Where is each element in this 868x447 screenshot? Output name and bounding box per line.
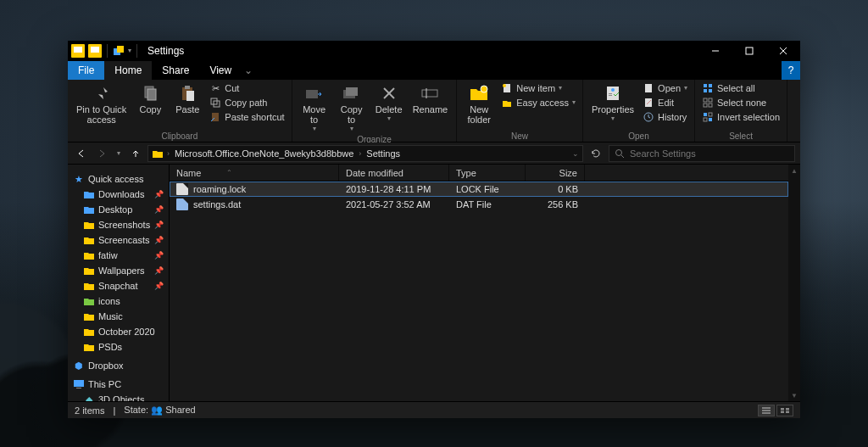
tab-view[interactable]: View (199, 61, 242, 80)
properties-button[interactable]: Properties▾ (588, 81, 637, 124)
sidebar-label: 3D Objects (98, 394, 144, 401)
sidebar-3d-objects[interactable]: ◆3D Objects (68, 392, 169, 401)
sidebar-item[interactable]: fatiw📌 (68, 248, 169, 263)
easy-access-button[interactable]: Easy access ▾ (499, 96, 577, 109)
breadcrumb-segment[interactable]: Settings (364, 148, 402, 159)
sidebar-this-pc[interactable]: This PC (68, 377, 169, 392)
details-view-button[interactable] (758, 405, 775, 416)
file-name: settings.dat (193, 199, 241, 210)
pin-icon: 📌 (154, 221, 164, 229)
sidebar-item[interactable]: PSDs (68, 339, 169, 355)
paste-button[interactable]: Paste (170, 81, 204, 116)
properties-icon (603, 83, 623, 103)
titlebar[interactable]: ▾ Settings (68, 41, 800, 61)
sidebar-item[interactable]: Downloads📌 (68, 187, 169, 202)
column-headers[interactable]: Name⌃ Date modified Type Size (170, 165, 788, 182)
pin-to-quick-access-button[interactable]: Pin to Quick access (73, 81, 130, 126)
file-rows[interactable]: roaming.lock2019-11-28 4:11 PMLOCK File0… (170, 182, 788, 401)
new-item-button[interactable]: New item ▾ (499, 81, 577, 95)
recent-locations-button[interactable]: ▾ (114, 145, 124, 162)
table-row[interactable]: settings.dat2021-05-27 3:52 AMDAT File25… (170, 197, 788, 212)
sidebar-item[interactable]: Wallpapers📌 (68, 263, 169, 278)
sidebar-item[interactable]: Desktop📌 (68, 202, 169, 217)
sidebar-quick-access[interactable]: ★Quick access (68, 171, 169, 187)
new-folder-label: New folder (467, 104, 491, 125)
new-folder-button[interactable]: New folder (462, 81, 496, 126)
chevron-down-icon: ▾ (611, 115, 615, 122)
scissors-icon: ✂ (209, 82, 221, 94)
sidebar-item-label: icons (98, 296, 120, 306)
delete-button[interactable]: Delete▾ (372, 81, 406, 124)
move-to-button[interactable]: Move to▾ (298, 81, 331, 134)
sidebar-item[interactable]: October 2020 (68, 324, 169, 339)
help-button[interactable]: ? (782, 61, 800, 80)
close-button[interactable] (766, 41, 800, 61)
copy-to-icon (342, 83, 362, 103)
chevron-right-icon[interactable]: › (167, 149, 170, 158)
thumbnails-view-button[interactable] (776, 405, 793, 416)
edit-button[interactable]: Edit (641, 96, 689, 109)
dropbox-icon: ⬢ (73, 360, 85, 372)
forward-button[interactable] (93, 145, 110, 162)
history-button[interactable]: History (641, 110, 689, 124)
back-button[interactable] (73, 145, 90, 162)
item-count: 2 items (75, 405, 104, 416)
open-button[interactable]: Open ▾ (641, 81, 689, 95)
sidebar-item[interactable]: Snapchat📌 (68, 278, 169, 293)
easy-access-icon (501, 97, 513, 109)
file-size: 0 KB (526, 184, 585, 194)
search-box[interactable] (609, 145, 795, 162)
up-button[interactable] (127, 145, 144, 162)
rename-button[interactable]: Rename (409, 81, 452, 116)
tab-share[interactable]: Share (152, 61, 199, 80)
column-date[interactable]: Date modified (339, 165, 449, 181)
column-size[interactable]: Size (526, 165, 585, 181)
select-all-button[interactable]: Select all (700, 81, 782, 95)
select-none-button[interactable]: Select none (700, 96, 782, 109)
navigation-pane[interactable]: ★Quick access Downloads📌Desktop📌Screensh… (68, 165, 170, 401)
history-icon (643, 111, 654, 123)
folder-icon (83, 326, 95, 338)
svg-rect-41 (704, 118, 707, 121)
chevron-right-icon[interactable]: › (359, 149, 361, 158)
copy-to-button[interactable]: Copy to▾ (335, 81, 369, 134)
cut-button[interactable]: ✂Cut (208, 81, 286, 95)
vertical-scrollbar[interactable]: ▲ ▼ (788, 165, 800, 401)
ribbon: Pin to Quick access Copy Paste ✂Cut Copy… (68, 80, 800, 142)
scroll-up-icon[interactable]: ▲ (791, 165, 798, 176)
sidebar-item[interactable]: Screenshots📌 (68, 217, 169, 232)
invert-selection-button[interactable]: Invert selection (700, 110, 782, 124)
column-type[interactable]: Type (449, 165, 526, 181)
chevron-down-icon: ▾ (387, 115, 391, 122)
scroll-down-icon[interactable]: ▼ (791, 389, 798, 401)
properties-icon[interactable] (113, 45, 125, 57)
table-row[interactable]: roaming.lock2019-11-28 4:11 PMLOCK File0… (170, 182, 788, 197)
sidebar-dropbox[interactable]: ⬢Dropbox (68, 358, 169, 373)
address-dropdown-icon[interactable]: ⌄ (572, 149, 579, 158)
refresh-button[interactable] (587, 145, 605, 162)
tab-file[interactable]: File (68, 61, 104, 80)
properties-label: Properties (592, 104, 634, 115)
copy-button[interactable]: Copy (133, 81, 167, 116)
copy-path-button[interactable]: Copy path (208, 96, 286, 109)
paste-shortcut-button[interactable]: Paste shortcut (208, 110, 286, 124)
svg-rect-7 (147, 89, 156, 100)
pin-icon: 📌 (154, 236, 164, 244)
address-bar[interactable]: › Microsoft.Office.OneNote_8wekyb3d8bbwe… (147, 145, 583, 162)
sidebar-item[interactable]: Screencasts📌 (68, 232, 169, 248)
tab-home[interactable]: Home (104, 61, 152, 80)
sidebar-item[interactable]: Music (68, 309, 169, 324)
search-input[interactable] (630, 148, 789, 159)
minimize-button[interactable] (698, 41, 732, 61)
ribbon-collapse-icon[interactable]: ⌄ (242, 61, 255, 80)
new-item-label: New item (516, 83, 555, 93)
qat-menu-icon[interactable]: ▾ (128, 47, 131, 54)
group-new: New folder New item ▾ Easy access ▾ New (457, 80, 583, 142)
column-name[interactable]: Name⌃ (170, 165, 339, 181)
sidebar-item[interactable]: icons (68, 293, 169, 309)
folder-icon (71, 44, 85, 58)
maximize-button[interactable] (732, 41, 766, 61)
group-label-select: Select (700, 131, 782, 141)
quick-access-toolbar: ▾ (68, 44, 142, 58)
breadcrumb-segment[interactable]: Microsoft.Office.OneNote_8wekyb3d8bbwe (173, 148, 355, 159)
